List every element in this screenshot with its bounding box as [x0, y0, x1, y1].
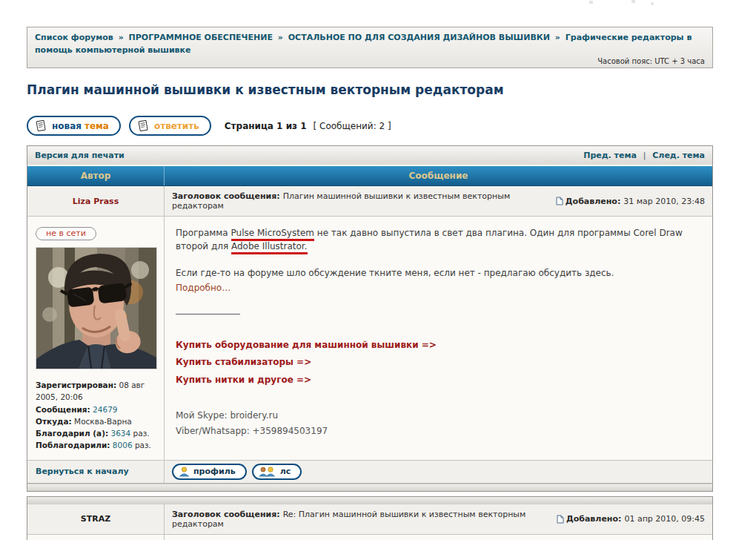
signature-link-stabilizers[interactable]: Купить стабилизаторы =>: [176, 354, 701, 371]
thanks-label: Поблагодарили:: [36, 441, 110, 450]
prev-topic-link[interactable]: Пред. тема: [583, 151, 637, 160]
annotated-text-adobe-illustrator: Adobe Illustrator.: [231, 241, 308, 254]
topic-table: Версия для печати Пред. тема | След. тем…: [27, 145, 713, 492]
private-message-button[interactable]: лс: [252, 464, 302, 480]
post2-body-row: не в сети: [27, 535, 712, 540]
cropped-edge-artifact: [631, 0, 635, 3]
breadcrumb-separator: »: [119, 33, 124, 42]
post1-footer-row: Вернуться к началу профиль лс: [27, 461, 712, 484]
reply-label: ответить: [154, 121, 199, 131]
breadcrumb-link-other-software[interactable]: ОСТАЛЬНОЕ ПО ДЛЯ СОЗДАНИЯ ДИЗАЙНОВ ВЫШИВ…: [288, 33, 550, 42]
cropped-edge-artifact: [651, 2, 654, 5]
cropped-edge-artifact: [589, 1, 593, 4]
sheet-icon: [556, 197, 563, 205]
post1-header-row: Liza Prass Заголовок сообщения:Плагин ма…: [27, 186, 712, 217]
more-details-link[interactable]: Подробно…: [176, 283, 231, 293]
post1-paragraph-1: Программа Pulse MicroSystem не так давно…: [176, 226, 701, 253]
column-header-message: Сообщение: [165, 166, 712, 185]
new-topic-button[interactable]: новая тема: [27, 116, 121, 136]
post1-added-label: Добавлено:: [566, 197, 621, 206]
topic-toolbar: новая тема ответить Страница 1 из 1 [ Со…: [27, 116, 713, 136]
post1-added-date: 31 мар 2010, 23:48: [623, 197, 705, 206]
from-label: Откуда:: [36, 417, 72, 426]
from-value: Москва-Варна: [74, 417, 132, 426]
post1-body-row: не в сети: [27, 217, 712, 461]
profile-button[interactable]: профиль: [172, 464, 247, 480]
column-header-author: Автор: [27, 166, 165, 185]
signature-link-equipment[interactable]: Купить оборудование для машинной вышивки…: [176, 337, 701, 354]
timezone-label: Часовой пояс: UTC + 3 часа: [35, 57, 705, 65]
breadcrumb-separator: »: [278, 33, 283, 42]
post2-header-row: STRAZ Заголовок сообщения:Re: Плагин маш…: [27, 504, 712, 535]
messages-label: Сообщения:: [36, 405, 90, 414]
print-version-link[interactable]: Версия для печати: [35, 151, 125, 160]
table-header-row: Автор Сообщение: [27, 166, 712, 186]
pm-button-label: лс: [280, 467, 291, 476]
topic-options-bar: Версия для печати Пред. тема | След. тем…: [27, 146, 712, 166]
post2-added-label: Добавлено:: [566, 514, 622, 524]
next-topic-link[interactable]: След. тема: [652, 151, 705, 160]
signature-separator: [176, 314, 240, 315]
breadcrumb-link-forum-index[interactable]: Список форумов: [35, 33, 113, 42]
post2-author-link[interactable]: STRAZ: [81, 514, 110, 524]
topic-nav-divider: |: [643, 151, 646, 160]
annotated-text-pulse-microsystem: Pulse MicroSystem: [231, 228, 314, 241]
new-topic-label-part2: тема: [84, 121, 109, 131]
post1-author-cell: не в сети: [27, 217, 165, 460]
topic-table-2: STRAZ Заголовок сообщения:Re: Плагин маш…: [27, 496, 713, 540]
thanks-suffix: раз.: [135, 441, 151, 450]
message-count: [ Сообщений: 2 ]: [314, 121, 391, 131]
thanked-suffix: раз.: [133, 429, 150, 438]
thanks-value[interactable]: 8006: [113, 441, 133, 450]
post1-paragraph-2: Если где-то на форуме шло обсуждение ткн…: [176, 266, 701, 280]
profile-button-label: профиль: [193, 467, 236, 476]
post2-author-cell: не в сети: [27, 535, 165, 540]
viber-whatsapp-contact: Viber/Whatsapp: +359894503197: [176, 424, 701, 439]
signature-contacts: Мой Skype: broidery.ru Viber/Whatsapp: +…: [176, 408, 701, 439]
messages-value[interactable]: 24679: [93, 405, 117, 414]
reply-button[interactable]: ответить: [129, 116, 211, 136]
post1-subject-label: Заголовок сообщения:: [172, 191, 280, 201]
skype-contact: Мой Skype: broidery.ru: [176, 408, 701, 424]
user-icon: [179, 467, 190, 477]
post1-message-cell: Программа Pulse MicroSystem не так давно…: [165, 217, 712, 460]
breadcrumb-link-software[interactable]: ПРОГРАММНОЕ ОБЕСПЕЧЕНИЕ: [129, 33, 273, 42]
forum-page: Список форумов » ПРОГРАММНОЕ ОБЕСПЕЧЕНИЕ…: [27, 27, 713, 540]
offline-status-badge: не в сети: [36, 227, 96, 240]
table-top-edge: [27, 497, 712, 504]
new-topic-label-part1: новая: [52, 121, 82, 131]
page-info: Страница 1 из 1: [225, 121, 307, 131]
post2-message-cell: Да уж презентация-мелковато..А так-штучк…: [165, 535, 712, 540]
signature-link-threads[interactable]: Купить нитки и другое =>: [176, 372, 701, 389]
table-bottom-edge: [27, 484, 712, 491]
post1-author-link[interactable]: Liza Prass: [73, 197, 119, 206]
users-icon: [259, 467, 276, 477]
breadcrumb-separator: »: [555, 33, 560, 42]
back-to-top-link[interactable]: Вернуться к началу: [36, 467, 129, 476]
page-edit-icon: [35, 119, 47, 132]
breadcrumb: Список форумов » ПРОГРАММНОЕ ОБЕСПЕЧЕНИЕ…: [27, 27, 713, 68]
thanked-value[interactable]: 3634: [111, 429, 131, 438]
page-title: Плагин машинной вышивки к известным вект…: [27, 82, 713, 97]
page-edit-icon: [137, 119, 149, 132]
sheet-icon: [557, 515, 564, 524]
post2-subject-label: Заголовок сообщения:: [172, 510, 280, 519]
thanked-label: Благодарил (а):: [36, 429, 108, 438]
post1-avatar: [36, 247, 157, 369]
post2-added-date: 01 апр 2010, 09:45: [624, 514, 705, 524]
post1-profile-info: Зарегистрирован: 08 авг 2005, 20:06 Сооб…: [36, 379, 156, 452]
avatar-woman-thumbs-up: [36, 248, 156, 369]
registered-label: Зарегистрирован:: [36, 381, 116, 389]
